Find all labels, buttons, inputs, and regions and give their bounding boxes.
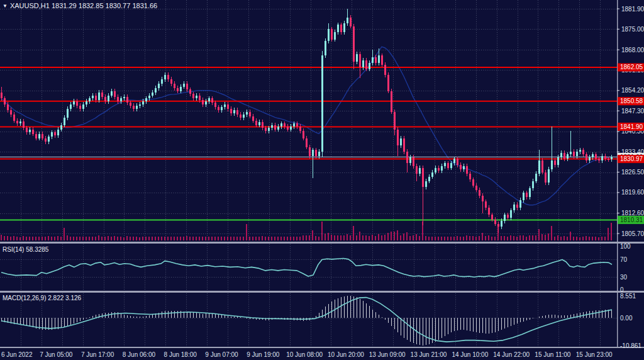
volume-bar — [315, 236, 316, 240]
time-label: 13 Jun 09:00 — [369, 351, 406, 358]
candle-body — [277, 127, 279, 130]
volume-bar — [501, 236, 502, 240]
volume-bar — [240, 237, 241, 240]
candle-body — [582, 150, 584, 154]
volume-bar — [98, 235, 99, 240]
candle-body — [287, 127, 289, 130]
volume-bar — [224, 237, 225, 240]
candle-body — [450, 163, 452, 167]
candle-body — [158, 84, 160, 88]
candle-body — [504, 215, 506, 220]
volume-bar — [126, 236, 128, 240]
candle-body — [111, 91, 113, 96]
volume-bar — [406, 232, 408, 240]
volume-bar — [117, 237, 118, 240]
macd-tick-label: 0.00 — [620, 315, 633, 322]
candle-body — [611, 157, 613, 159]
candle-body — [359, 54, 361, 67]
time-label: 13 Jun 21:00 — [411, 351, 447, 358]
volume-bar — [359, 232, 360, 240]
volume-bar — [485, 236, 486, 240]
candle-body — [422, 168, 424, 187]
candle-body — [321, 55, 323, 151]
volume-bar — [312, 230, 313, 240]
candle-body — [365, 60, 367, 69]
volume-bar — [309, 235, 310, 240]
candle-body — [441, 166, 443, 171]
volume-bar — [64, 228, 65, 240]
candle-body — [155, 88, 157, 93]
candle-body — [394, 112, 396, 130]
time-label: 7 Jun 17:00 — [81, 351, 114, 358]
candle-body — [497, 224, 499, 227]
volume-bar — [199, 237, 200, 240]
candle-body — [265, 128, 267, 131]
volume-bar — [573, 237, 574, 240]
candle-body — [221, 107, 223, 110]
time-label: 14 Jun 22:00 — [493, 351, 530, 358]
candle-body — [95, 96, 97, 100]
volume-bar — [334, 235, 335, 240]
panel-separator — [0, 242, 644, 244]
candle-body — [133, 106, 135, 109]
candle-body — [564, 153, 565, 159]
volume-bar — [387, 233, 389, 240]
candle-body — [608, 159, 609, 159]
volume-bar — [95, 237, 96, 240]
candle-body — [60, 125, 62, 130]
candle-body — [167, 75, 169, 79]
candle-body — [331, 29, 333, 39]
volume-bar — [535, 235, 536, 240]
candle-body — [258, 122, 260, 125]
volume-bar — [114, 236, 115, 240]
volume-bar — [180, 237, 181, 240]
candle-body — [183, 84, 185, 87]
volume-bar — [447, 237, 448, 240]
candle-body — [7, 104, 9, 110]
volume-bar — [378, 234, 379, 240]
volume-bar — [101, 237, 103, 240]
candle-body — [463, 166, 465, 169]
candle-body — [117, 97, 119, 101]
candle-body — [236, 110, 238, 115]
candle-body — [353, 26, 355, 62]
volume-bar — [519, 235, 521, 240]
symbol-dropdown-icon[interactable]: ▼ — [3, 3, 8, 9]
volume-bar — [142, 237, 143, 240]
candle-body — [347, 18, 348, 23]
candle-body — [174, 84, 175, 88]
resistance-price-label-text: 1841.90 — [620, 123, 643, 130]
candle-body — [532, 181, 534, 189]
volume-bar — [287, 237, 288, 240]
volume-bar — [189, 237, 191, 240]
volume-bar — [472, 236, 474, 240]
time-label: 8 Jun 06:00 — [123, 351, 156, 358]
volume-bar — [551, 226, 552, 240]
candle-body — [199, 96, 201, 100]
candle-body — [177, 88, 179, 91]
candle-body — [252, 116, 254, 121]
volume-bar — [202, 237, 203, 240]
candle-body — [38, 134, 40, 138]
candle-body — [343, 23, 345, 32]
support-price-label-text: 1810.31 — [620, 217, 643, 223]
volume-bar — [268, 237, 269, 240]
candle-body — [19, 121, 21, 124]
volume-bar — [1, 235, 2, 240]
candle-body — [397, 130, 399, 146]
macd-tick-label: 8.551 — [620, 293, 636, 300]
candle-body — [64, 118, 65, 125]
candle-body — [567, 154, 569, 159]
candle-body — [104, 97, 106, 101]
volume-bar — [236, 237, 238, 240]
candle-body — [130, 103, 131, 106]
volume-bar — [258, 237, 260, 240]
candle-body — [391, 91, 392, 112]
volume-bar — [123, 237, 125, 240]
volume-bar — [92, 237, 93, 240]
volume-bar — [425, 236, 426, 240]
time-label: 10 Jun 20:00 — [328, 351, 364, 358]
time-label: 7 Jun 05:00 — [40, 351, 73, 358]
chart-canvas[interactable]: 1881.901875.001868.001861.101854.201847.… — [0, 0, 644, 360]
candle-body — [180, 87, 182, 91]
